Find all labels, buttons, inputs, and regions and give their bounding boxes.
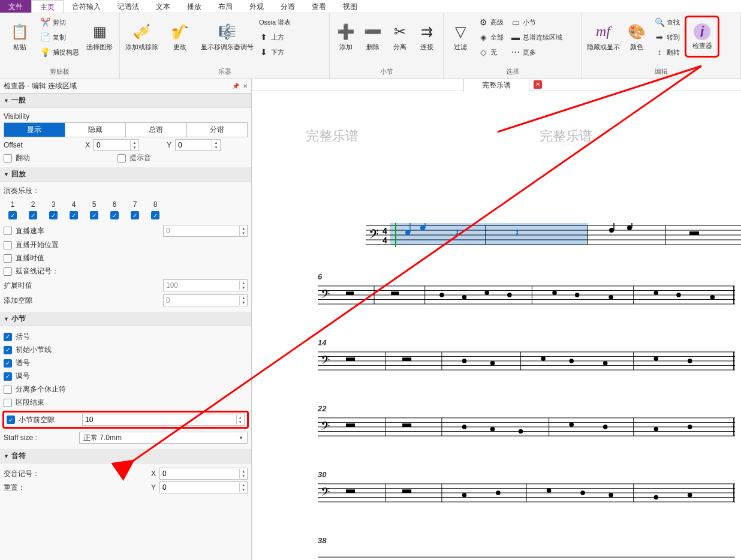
menu-tab-view[interactable]: 视图 xyxy=(335,0,366,13)
tab-close-icon[interactable]: ✕ xyxy=(534,80,542,89)
menu-tab-review[interactable]: 查看 xyxy=(303,0,335,13)
live-start-chk[interactable] xyxy=(4,241,12,249)
all-button[interactable]: ◈全部 xyxy=(476,31,506,44)
inspector-button[interactable]: i检查器 xyxy=(685,16,719,58)
transpose-button[interactable]: 🎼显示移调乐器调号 xyxy=(200,16,254,58)
tie-chk[interactable] xyxy=(4,267,12,276)
section-playback[interactable]: ▼回放 xyxy=(0,167,251,182)
sel-continuous-button[interactable]: ▬总谱连续区域 xyxy=(508,31,565,44)
gap-input[interactable]: ▲▼ xyxy=(163,294,248,306)
section-general[interactable]: ▼一般 xyxy=(0,94,251,108)
seg-4-chk[interactable]: ✓ xyxy=(70,211,78,219)
split-rest-chk[interactable] xyxy=(4,386,12,394)
split-bar-button[interactable]: ✂分离 xyxy=(388,16,412,58)
capture-button[interactable]: 💡捕捉构思 xyxy=(38,46,82,59)
seg-1-chk[interactable]: ✓ xyxy=(8,211,17,219)
staff-system-6[interactable]: 38 xyxy=(318,547,735,560)
none-button[interactable]: ◇无 xyxy=(476,46,506,59)
menu-tab-layout[interactable]: 布局 xyxy=(210,0,241,13)
menu-tab-notation[interactable]: 记谱法 xyxy=(109,0,147,13)
continuous-icon: ▬ xyxy=(511,32,520,42)
pin-icon[interactable]: 📌 xyxy=(232,83,239,89)
bulb-icon: 💡 xyxy=(41,47,50,57)
document-tab[interactable]: 完整乐谱✕ xyxy=(463,79,529,92)
gap-before-chk[interactable]: ✓ xyxy=(7,416,15,424)
select-graphic-button[interactable]: ▦选择图形 xyxy=(84,16,116,58)
seg-5-chk[interactable]: ✓ xyxy=(90,211,98,219)
seg-8-chk[interactable]: ✓ xyxy=(151,211,159,219)
delete-bar-button[interactable]: ➖删除 xyxy=(360,16,385,58)
goto-button[interactable]: ➡转到 xyxy=(652,31,682,44)
filter-button[interactable]: ▽过滤 xyxy=(447,16,474,58)
brackets-chk[interactable]: ✓ xyxy=(4,333,12,341)
live-dur-chk[interactable] xyxy=(4,254,12,263)
sel-more-button[interactable]: ⋯更多 xyxy=(508,46,565,59)
section-bars[interactable]: ▼小节 xyxy=(0,312,251,326)
above-button[interactable]: ⬆上方 xyxy=(257,31,293,44)
advanced-icon: ⚙ xyxy=(478,17,488,27)
staff-system-3[interactable]: 14 𝄢 xyxy=(318,349,735,373)
vis-hide[interactable]: 隐藏 xyxy=(65,123,126,137)
staff-system-4[interactable]: 22 𝄢 xyxy=(318,415,735,439)
ossia-button[interactable]: Ossia 谱表 xyxy=(257,16,293,29)
seg-label: 演奏乐段： xyxy=(4,186,40,196)
clef-chk[interactable]: ✓ xyxy=(4,359,12,368)
vis-score[interactable]: 总谱 xyxy=(126,123,187,137)
extend-input[interactable]: ▲▼ xyxy=(163,279,248,291)
info-icon: i xyxy=(694,23,710,40)
menu-tab-home[interactable]: 主页 xyxy=(31,0,64,13)
initial-barline-chk[interactable]: ✓ xyxy=(4,346,12,354)
hide-show-button[interactable]: mf隐藏或显示 xyxy=(585,16,621,58)
key-chk[interactable]: ✓ xyxy=(4,372,12,381)
close-icon[interactable]: ✕ xyxy=(243,83,248,89)
section-end-chk[interactable] xyxy=(4,399,12,407)
add-remove-instrument-button[interactable]: 🎺添加或移除 xyxy=(123,16,159,58)
offset-y-input[interactable]: ▲▼ xyxy=(175,139,221,151)
seg-7-chk[interactable]: ✓ xyxy=(131,211,139,219)
menu-tab-play[interactable]: 播放 xyxy=(179,0,210,13)
seg-6-chk[interactable]: ✓ xyxy=(110,211,119,219)
menu-tab-note-input[interactable]: 音符输入 xyxy=(64,0,109,13)
menu-file[interactable]: 文件 xyxy=(0,0,31,13)
paste-button[interactable]: 📋粘贴 xyxy=(4,16,36,58)
accidental-x-input[interactable]: ▲▼ xyxy=(159,468,248,480)
instruments-icon: 🎺 xyxy=(132,22,151,41)
staff-system-2[interactable]: 6 𝄢 xyxy=(318,283,735,307)
menu-tab-text[interactable]: 文本 xyxy=(147,0,179,13)
change-instrument-button[interactable]: 🎷更改 xyxy=(162,16,198,58)
play-segments: 1✓ 2✓ 3✓ 4✓ 5✓ 6✓ 7✓ 8✓ xyxy=(4,198,248,222)
vis-parts[interactable]: 分谱 xyxy=(187,123,248,137)
sel-bar-button[interactable]: ▭小节 xyxy=(508,16,565,29)
cut-button[interactable]: ✂️剪切 xyxy=(38,16,82,29)
color-button[interactable]: 🎨颜色 xyxy=(623,16,650,58)
vis-show[interactable]: 显示 xyxy=(4,123,65,137)
cue-checkbox[interactable] xyxy=(118,154,126,162)
flip-button[interactable]: ↕翻转 xyxy=(652,46,682,59)
gap-before-input[interactable]: ▲▼ xyxy=(82,414,245,426)
flip-checkbox[interactable] xyxy=(4,154,12,162)
live-tempo-input[interactable]: ▲▼ xyxy=(163,225,248,237)
offset-x-input[interactable]: ▲▼ xyxy=(94,139,139,151)
offset-label: Offset xyxy=(4,141,82,149)
score-area[interactable]: 完整乐谱✕ 完整乐谱 完整乐谱 𝄢 44 𝄽 𝄽 xyxy=(252,79,741,560)
section-notes[interactable]: ▼音符 xyxy=(0,449,251,463)
find-button[interactable]: 🔍查找 xyxy=(652,16,682,29)
join-bar-button[interactable]: ⇉连接 xyxy=(415,16,439,58)
seg-3-chk[interactable]: ✓ xyxy=(49,211,58,219)
staff-system-5[interactable]: 30 𝄢 xyxy=(318,481,735,505)
advanced-button[interactable]: ⚙高级 xyxy=(476,16,506,29)
menu-tab-parts[interactable]: 分谱 xyxy=(272,0,303,13)
none-icon: ◇ xyxy=(478,47,488,57)
live-tempo-chk[interactable] xyxy=(4,227,12,235)
reset-y-input[interactable]: ▲▼ xyxy=(159,481,248,493)
ribbon: 📋粘贴 ✂️剪切 📄复制 💡捕捉构思 ▦选择图形 剪贴板 🎺添加或移除 🎷更改 … xyxy=(0,13,741,79)
staff-system-1[interactable]: 𝄢 44 𝄽 𝄽 xyxy=(366,223,741,247)
svg-point-85 xyxy=(654,427,659,432)
seg-2-chk[interactable]: ✓ xyxy=(29,211,37,219)
staff-size-select[interactable]: 正常 7.0mm▼ xyxy=(79,432,248,444)
menu-tab-appearance[interactable]: 外观 xyxy=(241,0,272,13)
copy-button[interactable]: 📄复制 xyxy=(38,31,82,44)
below-button[interactable]: ⬇下方 xyxy=(257,46,293,59)
transpose-icon: 🎼 xyxy=(218,22,237,41)
add-bar-button[interactable]: ➕添加 xyxy=(333,16,358,58)
